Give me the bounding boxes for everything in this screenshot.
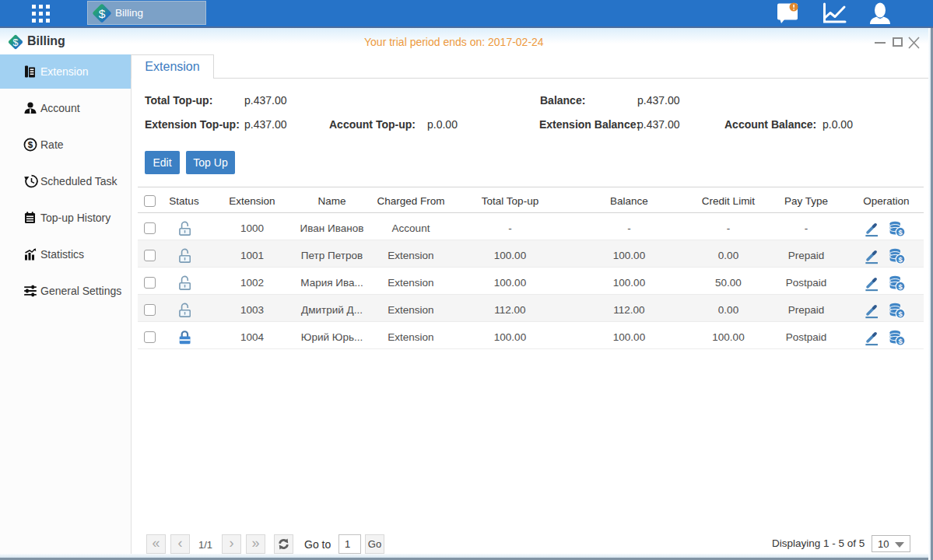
svg-text:$: $ bbox=[13, 37, 19, 48]
svg-text:$: $ bbox=[28, 140, 33, 149]
svg-text:$: $ bbox=[99, 7, 106, 20]
